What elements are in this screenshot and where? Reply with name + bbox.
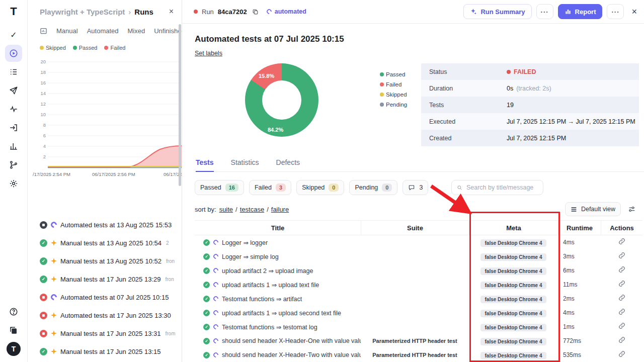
link-icon[interactable]: [618, 322, 625, 329]
actions-cell[interactable]: [601, 336, 642, 345]
table-row[interactable]: should send header X-Header-One with val…: [195, 334, 642, 348]
table-row[interactable]: upload artifacts 1 ⇒ upload text file fa…: [195, 278, 642, 292]
link-icon[interactable]: [618, 266, 625, 273]
copy-run-id-icon[interactable]: [252, 9, 259, 15]
panel-scrollbar[interactable]: [179, 24, 181, 186]
close-panel-icon[interactable]: ×: [169, 7, 174, 16]
test-title-cell[interactable]: Logger ⇒ logger: [195, 239, 361, 246]
test-title-cell[interactable]: should send header X-Header-One with val…: [195, 337, 361, 344]
breadcrumb-project[interactable]: Playwright + TypeScript: [40, 8, 125, 16]
table-row[interactable]: Testomat functions ⇒ testomat log false …: [195, 320, 642, 334]
automated-badge[interactable]: automated: [267, 8, 306, 15]
run-list-item[interactable]: Manual tests at 17 Jun 2025 13:15: [28, 342, 182, 360]
link-icon[interactable]: [618, 308, 625, 315]
sidebar-item-tests[interactable]: ✓: [5, 26, 22, 43]
sidebar-item-settings[interactable]: [5, 175, 22, 192]
table-row[interactable]: Testomat functions ⇒ artifact false Desk…: [195, 292, 642, 306]
link-icon[interactable]: [618, 336, 625, 343]
actions-cell[interactable]: [601, 252, 642, 261]
meta-badge: false Desktop Chrome 4: [480, 324, 547, 331]
summary-more-button[interactable]: ···: [536, 4, 553, 19]
test-title-cell[interactable]: Testomat functions ⇒ artifact: [195, 295, 361, 303]
run-list-item[interactable]: Manual tests at 13 Aug 2025 10:52 fron: [28, 252, 182, 270]
link-icon[interactable]: [618, 238, 625, 245]
col-runtime[interactable]: Runtime: [558, 221, 601, 235]
y-tick: 4: [43, 143, 46, 149]
link-icon[interactable]: [618, 252, 625, 259]
filter-comments[interactable]: 3: [403, 180, 428, 195]
sidebar-item-runs[interactable]: [5, 45, 22, 62]
sidebar-item-analytics[interactable]: [5, 138, 22, 155]
run-list-item[interactable]: Automated tests at 07 Jul 2025 10:15: [28, 288, 182, 306]
report-button[interactable]: Report: [558, 4, 603, 19]
filter-pending[interactable]: Pending 0: [349, 180, 397, 195]
sidebar-item-import[interactable]: [5, 119, 22, 136]
table-row[interactable]: upload artifact 2 ⇒ upload image false D…: [195, 263, 642, 278]
table-row[interactable]: Logger ⇒ simple log false Desktop Chrome…: [195, 249, 642, 263]
set-labels-link[interactable]: Set labels: [195, 50, 222, 57]
actions-cell[interactable]: [601, 350, 642, 359]
test-title-cell[interactable]: upload artifacts 1 ⇒ upload text file: [195, 281, 361, 289]
actions-cell[interactable]: [601, 280, 642, 289]
test-title-cell[interactable]: upload artifact 2 ⇒ upload image: [195, 267, 361, 275]
run-list-item[interactable]: Manual tests at 13 Aug 2025 10:54 2: [28, 234, 182, 252]
filter-passed[interactable]: Passed 16: [195, 180, 244, 195]
sidebar-item-publish[interactable]: [5, 82, 22, 99]
page-title: Automated tests at 07 Jul 2025 10:15: [195, 34, 644, 44]
test-title-cell[interactable]: Logger ⇒ simple log: [195, 253, 361, 260]
sidebar-item-activity[interactable]: [5, 101, 22, 118]
run-more-button[interactable]: ···: [607, 4, 624, 19]
filter-skipped[interactable]: Skipped 0: [296, 180, 344, 195]
test-title-cell[interactable]: should send header X-Header-Two with val…: [195, 351, 361, 358]
actions-cell[interactable]: [601, 322, 642, 331]
user-avatar[interactable]: T: [7, 342, 21, 356]
col-title[interactable]: Title: [195, 221, 361, 235]
sidebar-item-help[interactable]: [5, 303, 22, 320]
close-run-icon[interactable]: ×: [631, 7, 637, 16]
test-title-cell[interactable]: Testomat functions ⇒ testomat log: [195, 323, 361, 331]
default-view-button[interactable]: Default view: [565, 202, 621, 216]
info-row-executed: Executed Jul 7, 2025 12:15 PM → Jul 7, 2…: [421, 113, 639, 130]
table-row[interactable]: should send header X-Header-Two with val…: [195, 348, 642, 362]
help-icon: [9, 307, 18, 316]
run-list-item[interactable]: Manual tests at 17 Jun 2025 13:31 from: [28, 324, 182, 342]
search-input[interactable]: [466, 184, 538, 191]
run-list-item[interactable]: Automated tests at 13 Aug 2025 15:53: [28, 216, 182, 234]
tab-statistics[interactable]: Statistics: [231, 158, 259, 171]
sort-by-suite[interactable]: suite: [219, 206, 233, 213]
run-title: Manual tests at 13 Aug 2025 10:54: [60, 239, 162, 247]
link-icon[interactable]: [618, 350, 625, 357]
runs-tab-automated[interactable]: Automated: [87, 27, 119, 35]
actions-cell[interactable]: [601, 266, 642, 275]
runs-tab-manual[interactable]: Manual: [56, 27, 78, 35]
test-title: Testomat functions ⇒ testomat log: [222, 323, 317, 331]
runs-chart-icon[interactable]: [40, 27, 47, 35]
sidebar-item-docs[interactable]: [5, 322, 22, 339]
filter-failed[interactable]: Failed 3: [249, 180, 291, 195]
runtime-cell: 3ms: [558, 253, 601, 260]
sidebar-item-branches[interactable]: [5, 156, 22, 173]
runs-tab-unfinished[interactable]: Unfinished: [154, 27, 182, 35]
link-icon[interactable]: [618, 280, 625, 287]
col-suite[interactable]: Suite: [361, 221, 469, 235]
sort-by-failure[interactable]: failure: [271, 206, 289, 213]
test-title-cell[interactable]: upload artifacts 1 ⇒ upload second text …: [195, 309, 361, 317]
view-settings-icon[interactable]: [628, 205, 636, 213]
x-tick: 06/17/2025 2:56 PM: [92, 171, 135, 177]
table-row[interactable]: Logger ⇒ logger false Desktop Chrome 4 4…: [195, 235, 642, 249]
sort-by-testcase[interactable]: testcase: [240, 206, 264, 213]
link-icon[interactable]: [618, 294, 625, 301]
run-list-item[interactable]: Automated tests at 17 Jun 2025 13:30: [28, 306, 182, 324]
actions-cell[interactable]: [601, 294, 642, 303]
sidebar-item-test-plans[interactable]: [5, 63, 22, 80]
tab-defects[interactable]: Defects: [276, 158, 300, 171]
col-meta[interactable]: Meta: [469, 221, 558, 235]
table-row[interactable]: upload artifacts 1 ⇒ upload second text …: [195, 306, 642, 320]
run-list-item[interactable]: Manual tests at 17 Jun 2025 13:29 fron: [28, 270, 182, 288]
meta-badge: false Desktop Chrome 4: [480, 310, 547, 317]
actions-cell[interactable]: [601, 238, 642, 247]
actions-cell[interactable]: [601, 308, 642, 317]
run-summary-button[interactable]: Run Summary: [463, 4, 531, 19]
runs-tab-mixed[interactable]: Mixed: [128, 27, 145, 35]
tab-tests[interactable]: Tests: [196, 158, 214, 172]
